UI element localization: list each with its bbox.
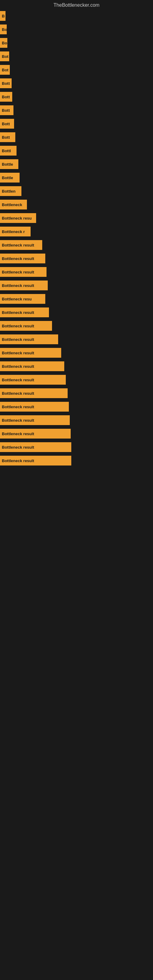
bottleneck-bar[interactable]: Bottleneck result: [0, 254, 45, 263]
bottleneck-bar[interactable]: Bottleneck r: [0, 227, 30, 236]
bar-row: Bottleneck result: [0, 279, 153, 292]
bottleneck-bar[interactable]: Bot: [0, 65, 10, 75]
bottleneck-bar[interactable]: B: [0, 11, 5, 21]
bar-row: Bott: [0, 117, 153, 130]
bottleneck-bar[interactable]: Bott: [0, 105, 13, 115]
bottleneck-bar[interactable]: Bottleneck result: [0, 348, 61, 358]
bottleneck-bar[interactable]: Bott: [0, 132, 15, 142]
bar-row: Bottleneck result: [0, 319, 153, 332]
bar-row: Bottleneck result: [0, 360, 153, 373]
bar-row: Bottleneck r: [0, 225, 153, 238]
bottleneck-bar[interactable]: Bottleneck resu: [0, 213, 36, 223]
bar-row: Bottleneck result: [0, 400, 153, 414]
bar-row: Bot: [0, 63, 153, 76]
site-title: TheBottlenecker.com: [0, 0, 153, 9]
bottleneck-bar[interactable]: Bott: [0, 119, 14, 129]
bar-row: Bottl: [0, 144, 153, 158]
bar-row: Bo: [0, 36, 153, 49]
bottleneck-bar[interactable]: Bottleneck result: [0, 240, 42, 250]
bottleneck-bar[interactable]: Bottleneck result: [0, 375, 66, 385]
bottleneck-bar[interactable]: Bottleneck result: [0, 429, 71, 439]
bottleneck-bar[interactable]: Bottle: [0, 173, 19, 183]
bar-row: Bottleneck result: [0, 238, 153, 252]
bar-row: Bottleneck result: [0, 305, 153, 319]
bottleneck-bar[interactable]: Bottleneck resu: [0, 294, 45, 304]
bottleneck-bar[interactable]: Bottleneck result: [0, 321, 52, 331]
bottleneck-bar[interactable]: Bo: [0, 38, 7, 48]
bottleneck-bar[interactable]: Bottl: [0, 146, 16, 156]
bar-row: Bott: [0, 90, 153, 103]
bar-row: Bottleneck resu: [0, 292, 153, 305]
bottleneck-bar[interactable]: Bottleneck result: [0, 361, 64, 371]
bottleneck-bar[interactable]: Bot: [0, 51, 9, 61]
bar-row: B: [0, 9, 153, 23]
bar-row: Bo: [0, 23, 153, 36]
bottleneck-bar[interactable]: Bottleneck result: [0, 442, 71, 452]
bar-row: Bottleneck result: [0, 252, 153, 265]
bottleneck-bar[interactable]: Bottle: [0, 159, 18, 169]
bar-row: Bottleneck result: [0, 332, 153, 346]
bar-row: Bottleneck result: [0, 454, 153, 467]
bar-row: Bottlen: [0, 185, 153, 198]
bottleneck-bar[interactable]: Bo: [0, 24, 7, 34]
bar-row: Bottle: [0, 158, 153, 171]
bar-row: Bottleneck result: [0, 441, 153, 454]
bottleneck-bar[interactable]: Bottleneck result: [0, 280, 48, 290]
bar-row: Bottleneck result: [0, 387, 153, 400]
bottleneck-bar[interactable]: Bottleneck result: [0, 415, 70, 425]
bottleneck-bar[interactable]: Bott: [0, 78, 12, 88]
bar-row: Bott: [0, 103, 153, 117]
bar-row: Bottleneck result: [0, 427, 153, 441]
bar-row: Bottleneck resu: [0, 211, 153, 225]
bar-row: Bottleneck result: [0, 346, 153, 360]
bottleneck-bar[interactable]: Bott: [0, 92, 12, 102]
bar-row: Bottle: [0, 171, 153, 185]
bar-row: Bott: [0, 130, 153, 144]
bottleneck-bar[interactable]: Bottleneck result: [0, 456, 71, 466]
bottleneck-bar[interactable]: Bottleneck: [0, 200, 27, 210]
bar-row: Bottleneck result: [0, 373, 153, 387]
bottleneck-bar[interactable]: Bottleneck result: [0, 307, 49, 317]
bottleneck-bar[interactable]: Bottleneck result: [0, 402, 69, 412]
bottleneck-bar[interactable]: Bottleneck result: [0, 388, 68, 398]
bar-row: Bottleneck: [0, 198, 153, 211]
bar-row: Bot: [0, 49, 153, 63]
bottleneck-bar[interactable]: Bottlen: [0, 186, 21, 196]
bar-row: Bott: [0, 76, 153, 90]
bar-row: Bottleneck result: [0, 414, 153, 427]
bottleneck-bar[interactable]: Bottleneck result: [0, 334, 58, 344]
bottleneck-bar[interactable]: Bottleneck result: [0, 267, 46, 277]
bar-row: Bottleneck result: [0, 265, 153, 279]
